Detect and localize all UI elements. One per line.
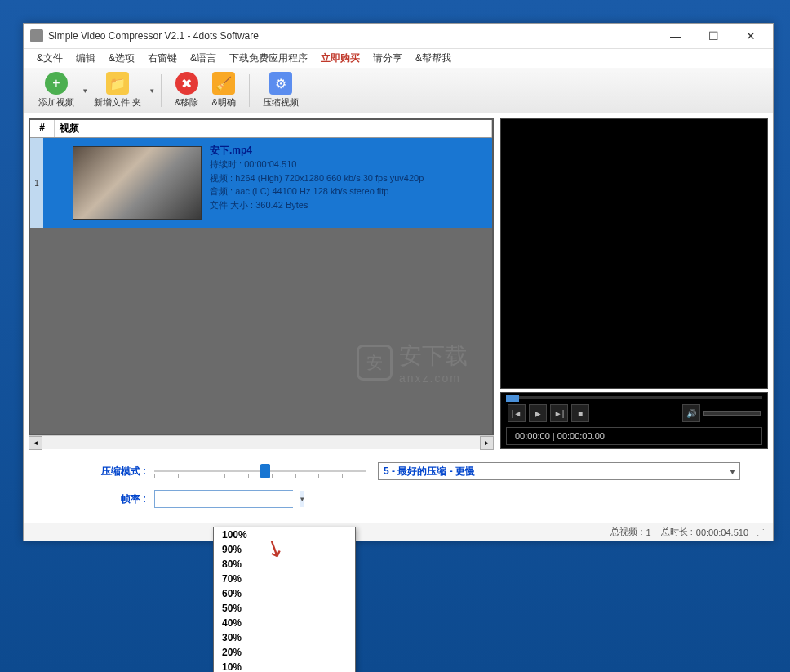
stop-button[interactable]: ■ xyxy=(571,404,589,422)
scroll-left-button[interactable]: ◄ xyxy=(29,436,42,450)
shield-icon: 安 xyxy=(357,345,393,381)
video-table: # 视频 1 安下.mp4 持续时 : 00:00:04.510 视频 : h2… xyxy=(29,118,494,435)
preview-pane: |◄ ▶ ►| ■ 🔊 00:00:00 | 00:00:00.00 xyxy=(500,118,768,449)
volume-slider[interactable] xyxy=(703,411,761,416)
compress-slider[interactable] xyxy=(154,470,366,472)
fps-combobox[interactable]: ▾ xyxy=(154,490,293,508)
content-area: # 视频 1 安下.mp4 持续时 : 00:00:04.510 视频 : h2… xyxy=(24,113,773,454)
menu-edit[interactable]: 编辑 xyxy=(69,50,102,67)
video-filename: 安下.mp4 xyxy=(210,143,489,158)
statusbar: 总视频 : 1 总时长 : 00:00:04.510 ⋰ xyxy=(24,523,773,541)
volume-icon[interactable]: 🔊 xyxy=(682,404,700,422)
fps-option[interactable]: 90% xyxy=(214,542,355,557)
fps-option[interactable]: 40% xyxy=(214,616,355,630)
fps-dropdown-button[interactable]: ▾ xyxy=(300,491,304,507)
maximize-button[interactable]: ☐ xyxy=(695,24,732,47)
fps-option[interactable]: 20% xyxy=(214,645,355,660)
fps-input[interactable] xyxy=(155,491,300,507)
add-video-button[interactable]: + 添加视频 xyxy=(32,70,81,110)
remove-icon: ✖ xyxy=(175,72,198,95)
time-display: 00:00:00 | 00:00:00.00 xyxy=(506,427,762,445)
compress-mode-select[interactable]: 5 - 最好的压缩 - 更慢 ▾ xyxy=(378,462,740,480)
player-controls: |◄ ▶ ►| ■ 🔊 00:00:00 | 00:00:00.00 xyxy=(500,392,768,449)
seek-thumb[interactable] xyxy=(506,395,519,402)
row-numcol xyxy=(43,138,68,228)
chevron-down-icon[interactable]: ▾ xyxy=(150,87,154,95)
table-row[interactable]: 1 安下.mp4 持续时 : 00:00:04.510 视频 : h264 (H… xyxy=(30,138,492,228)
fps-option[interactable]: 70% xyxy=(214,572,355,586)
seek-bar[interactable] xyxy=(506,396,762,399)
remove-button[interactable]: ✖ &移除 xyxy=(168,70,205,110)
table-header: # 视频 xyxy=(30,120,492,138)
chevron-down-icon: ▾ xyxy=(730,467,735,476)
fps-option[interactable]: 60% xyxy=(214,586,355,601)
audio-codec: 音频 : aac (LC) 44100 Hz 128 kb/s stereo f… xyxy=(210,185,489,198)
fps-option[interactable]: 30% xyxy=(214,630,355,645)
close-button[interactable]: ✕ xyxy=(732,24,770,47)
video-preview xyxy=(500,118,768,389)
scroll-track[interactable] xyxy=(42,436,480,450)
folder-plus-icon: 📁 xyxy=(106,72,129,95)
bottom-controls: 压缩模式 : 5 - 最好的压缩 - 更慢 ▾ 帧率 : ▾ xyxy=(24,454,773,523)
horizontal-scrollbar[interactable]: ◄ ► xyxy=(29,435,494,449)
compress-mode-label: 压缩模式 : xyxy=(56,465,154,478)
watermark: 安 安下载 anxz.com xyxy=(357,340,468,385)
fps-option[interactable]: 10% xyxy=(214,660,355,672)
status-duration-label: 总时长 : xyxy=(661,526,693,538)
menu-language[interactable]: &语言 xyxy=(184,50,223,67)
menu-share[interactable]: 请分享 xyxy=(366,50,409,67)
status-duration-value: 00:00:04.510 xyxy=(696,527,748,537)
status-total-videos-value: 1 xyxy=(646,527,651,537)
plus-icon: + xyxy=(45,72,68,95)
video-list-pane: # 视频 1 安下.mp4 持续时 : 00:00:04.510 视频 : h2… xyxy=(29,118,494,449)
menu-download[interactable]: 下载免费应用程序 xyxy=(223,50,314,67)
menu-buy[interactable]: 立即购买 xyxy=(314,50,366,67)
status-total-videos-label: 总视频 : xyxy=(610,526,642,538)
video-info: 安下.mp4 持续时 : 00:00:04.510 视频 : h264 (Hig… xyxy=(206,138,492,228)
fps-option[interactable]: 80% xyxy=(214,557,355,572)
menu-rightkey[interactable]: 右窗键 xyxy=(141,50,184,67)
separator xyxy=(249,74,250,107)
fps-option[interactable]: 100% xyxy=(214,527,355,542)
scroll-right-button[interactable]: ► xyxy=(480,436,494,450)
app-icon xyxy=(30,29,43,42)
video-codec: 视频 : h264 (High) 720x1280 660 kb/s 30 fp… xyxy=(210,171,489,185)
prev-button[interactable]: |◄ xyxy=(508,404,526,422)
separator xyxy=(161,74,162,107)
menu-options[interactable]: &选项 xyxy=(102,50,141,67)
thumbnail-image xyxy=(73,146,202,220)
titlebar: Simple Video Compressor V2.1 - 4dots Sof… xyxy=(24,24,773,48)
toolbar: + 添加视频 ▾ 📁 新增文件 夹 ▾ ✖ &移除 🧹 &明确 ⚙ 压缩视频 xyxy=(24,68,773,113)
col-num[interactable]: # xyxy=(30,120,55,137)
col-video[interactable]: 视频 xyxy=(55,120,492,137)
play-button[interactable]: ▶ xyxy=(529,404,547,422)
fps-option[interactable]: 50% xyxy=(214,601,355,616)
next-button[interactable]: ►| xyxy=(550,404,568,422)
brush-icon: 🧹 xyxy=(212,72,235,95)
menu-file[interactable]: &文件 xyxy=(30,50,69,67)
file-size: 文件 大小 : 360.42 Bytes xyxy=(210,198,489,212)
row-index: 1 xyxy=(30,138,43,228)
new-folder-button[interactable]: 📁 新增文件 夹 xyxy=(87,70,148,110)
clear-button[interactable]: 🧹 &明确 xyxy=(205,70,242,110)
compress-icon: ⚙ xyxy=(269,72,292,95)
menubar: &文件 编辑 &选项 右窗键 &语言 下载免费应用程序 立即购买 请分享 &帮帮… xyxy=(24,48,773,68)
fps-label: 帧率 : xyxy=(56,492,154,506)
compress-button[interactable]: ⚙ 压缩视频 xyxy=(256,70,305,110)
fps-dropdown-list: 100%90%80%70%60%50%40%30%20%10% xyxy=(213,527,356,672)
resize-grip[interactable]: ⋰ xyxy=(757,527,765,536)
minimize-button[interactable]: — xyxy=(657,24,695,47)
window-title: Simple Video Compressor V2.1 - 4dots Sof… xyxy=(48,30,657,42)
video-thumbnail xyxy=(68,138,206,228)
app-window: Simple Video Compressor V2.1 - 4dots Sof… xyxy=(23,23,774,541)
video-duration: 持续时 : 00:00:04.510 xyxy=(210,158,489,171)
menu-help[interactable]: &帮帮我 xyxy=(409,50,458,67)
